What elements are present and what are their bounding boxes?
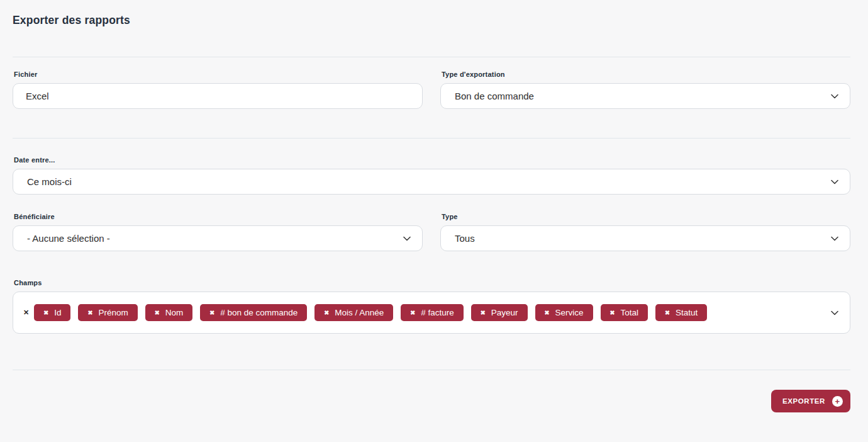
remove-tag-icon[interactable]: ✖ — [324, 310, 329, 316]
tag-label: Id — [54, 308, 61, 317]
chevron-down-icon — [831, 310, 838, 315]
field-tag[interactable]: ✖Prénom — [78, 304, 137, 321]
remove-tag-icon[interactable]: ✖ — [545, 310, 550, 316]
type-value: Tous — [455, 233, 831, 244]
tag-label: Total — [620, 308, 638, 317]
divider — [13, 138, 850, 139]
export-button[interactable]: EXPORTER + — [771, 390, 850, 412]
tag-label: Prénom — [98, 308, 128, 317]
field-tag[interactable]: ✖Service — [535, 304, 593, 321]
tag-label: Statut — [676, 308, 698, 317]
tag-label: Nom — [165, 308, 184, 317]
page-title: Exporter des rapports — [13, 0, 850, 28]
clear-all-icon[interactable]: ✕ — [23, 309, 29, 317]
date-entre-value: Ce mois-ci — [27, 176, 831, 187]
tag-label: # facture — [421, 308, 454, 317]
type-exportation-label: Type d'exportation — [442, 71, 850, 78]
tag-label: Service — [555, 308, 583, 317]
footer-actions: EXPORTER + — [13, 390, 850, 412]
date-entre-select[interactable]: Ce mois-ci — [13, 169, 850, 195]
field-tag[interactable]: ✖Mois / Année — [314, 304, 393, 321]
fichier-input[interactable] — [13, 83, 423, 109]
remove-tag-icon[interactable]: ✖ — [665, 310, 670, 316]
type-exportation-value: Bon de commande — [455, 91, 831, 101]
champs-multiselect[interactable]: ✕ ✖Id✖Prénom✖Nom✖# bon de commande✖Mois … — [13, 292, 850, 334]
champs-label: Champs — [14, 279, 850, 286]
type-exportation-select[interactable]: Bon de commande — [440, 83, 850, 109]
chevron-down-icon — [831, 94, 838, 99]
selected-tags: ✖Id✖Prénom✖Nom✖# bon de commande✖Mois / … — [34, 304, 707, 321]
export-reports-page: Exporter des rapports Fichier Type d'exp… — [13, 0, 850, 412]
divider — [13, 370, 850, 370]
field-tag[interactable]: ✖# facture — [401, 304, 464, 321]
field-tag[interactable]: ✖Total — [601, 304, 648, 321]
fichier-label: Fichier — [14, 71, 423, 78]
tag-label: Payeur — [491, 308, 518, 317]
divider — [13, 57, 850, 57]
type-label: Type — [442, 213, 850, 220]
field-tag[interactable]: ✖# bon de commande — [200, 304, 307, 321]
remove-tag-icon[interactable]: ✖ — [87, 310, 92, 316]
remove-tag-icon[interactable]: ✖ — [481, 310, 486, 316]
tag-label: # bon de commande — [220, 308, 298, 317]
export-button-label: EXPORTER — [782, 397, 825, 405]
type-exportation-field-group: Type d'exportation Bon de commande — [440, 71, 850, 109]
beneficiaire-field-group: Bénéficiaire - Aucune sélection - — [13, 213, 423, 251]
remove-tag-icon[interactable]: ✖ — [410, 310, 415, 316]
chevron-down-icon — [831, 179, 838, 184]
field-tag[interactable]: ✖Nom — [145, 304, 192, 321]
type-select[interactable]: Tous — [440, 225, 850, 251]
champs-field-group: Champs ✕ ✖Id✖Prénom✖Nom✖# bon de command… — [13, 279, 850, 334]
remove-tag-icon[interactable]: ✖ — [43, 310, 48, 316]
beneficiaire-select[interactable]: - Aucune sélection - — [13, 225, 423, 251]
remove-tag-icon[interactable]: ✖ — [209, 310, 214, 316]
field-tag[interactable]: ✖Id — [34, 304, 70, 321]
tag-label: Mois / Année — [335, 308, 384, 317]
chevron-down-icon — [403, 236, 411, 241]
field-tag[interactable]: ✖Statut — [655, 304, 707, 321]
chevron-down-icon — [831, 236, 838, 241]
beneficiaire-value: - Aucune sélection - — [27, 233, 403, 244]
type-field-group: Type Tous — [440, 213, 850, 251]
beneficiaire-label: Bénéficiaire — [14, 213, 423, 220]
field-tag[interactable]: ✖Payeur — [471, 304, 528, 321]
date-entre-label: Date entre... — [14, 156, 850, 164]
date-entre-field-group: Date entre... Ce mois-ci — [13, 156, 850, 195]
plus-circle-icon: + — [832, 396, 843, 407]
remove-tag-icon[interactable]: ✖ — [155, 310, 160, 316]
remove-tag-icon[interactable]: ✖ — [610, 310, 615, 316]
fichier-field-group: Fichier — [13, 71, 423, 109]
